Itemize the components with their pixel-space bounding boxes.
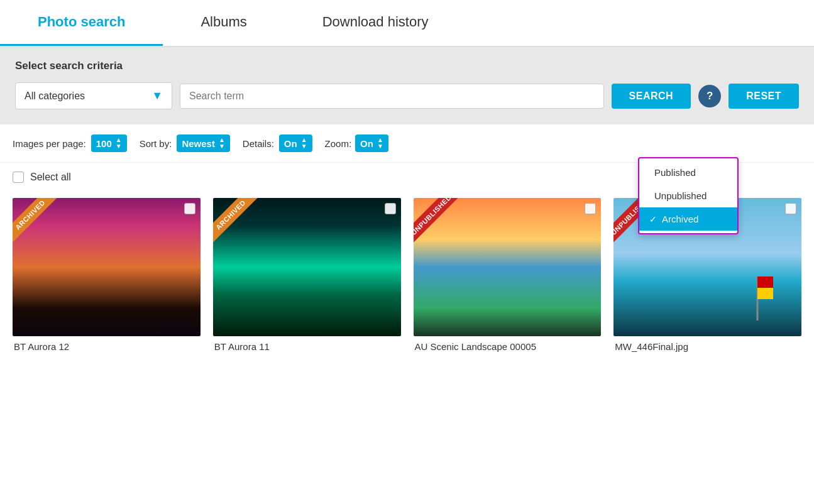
chevron-down-icon: ▼ bbox=[151, 89, 163, 102]
tab-download-history[interactable]: Download history bbox=[285, 0, 466, 46]
details-stepper-arrows: ▲▼ bbox=[301, 137, 307, 150]
controls-bar: Images per page: 100 ▲▼ Sort by: Newest … bbox=[0, 124, 814, 163]
image-thumb-1: ARCHIVED bbox=[213, 198, 401, 336]
details-group: Details: On ▲▼ bbox=[243, 134, 312, 152]
images-per-page-value: 100 bbox=[96, 138, 112, 149]
details-value: On bbox=[284, 138, 297, 149]
archived-checkmark: ✓ bbox=[649, 214, 657, 224]
reset-button[interactable]: RESET bbox=[729, 84, 799, 109]
zoom-stepper-arrows: ▲▼ bbox=[377, 137, 383, 150]
card-checkbox-0[interactable] bbox=[184, 203, 195, 214]
search-row: All categories ▼ SEARCH ? RESET bbox=[15, 82, 799, 109]
image-thumb-0: ARCHIVED bbox=[13, 198, 201, 336]
details-stepper[interactable]: On ▲▼ bbox=[279, 134, 312, 152]
sort-by-stepper[interactable]: Newest ▲▼ bbox=[177, 134, 229, 152]
tabs-bar: Photo search Albums Download history bbox=[0, 0, 814, 47]
sort-stepper-arrows: ▲▼ bbox=[219, 137, 225, 150]
dropdown-item-published[interactable]: Published bbox=[639, 161, 737, 184]
image-card-1[interactable]: ARCHIVED BT Aurora 11 bbox=[207, 192, 407, 358]
tab-albums[interactable]: Albums bbox=[163, 0, 284, 46]
dropdown-item-unpublished[interactable]: Unpublished bbox=[639, 184, 737, 207]
stepper-arrows: ▲▼ bbox=[116, 137, 122, 150]
image-title-2: AU Scenic Landscape 00005 bbox=[414, 341, 602, 352]
badge-2: UNPUBLISHED bbox=[414, 198, 464, 248]
app-container: Photo search Albums Download history Sel… bbox=[0, 0, 814, 504]
flag-icon bbox=[739, 273, 776, 324]
sort-by-group: Sort by: Newest ▲▼ bbox=[140, 134, 230, 152]
zoom-group: Zoom: On ▲▼ bbox=[325, 134, 388, 152]
images-per-page-group: Images per page: 100 ▲▼ bbox=[13, 134, 127, 152]
badge-label-2: UNPUBLISHED bbox=[414, 198, 458, 242]
card-checkbox-3[interactable] bbox=[785, 203, 796, 214]
images-per-page-stepper[interactable]: 100 ▲▼ bbox=[91, 134, 127, 152]
image-title-1: BT Aurora 11 bbox=[213, 341, 401, 352]
details-label: Details: bbox=[243, 138, 274, 149]
svg-rect-2 bbox=[757, 288, 773, 299]
published-label: Published bbox=[654, 167, 696, 178]
zoom-label: Zoom: bbox=[325, 138, 352, 149]
search-button[interactable]: SEARCH bbox=[612, 84, 691, 109]
zoom-value: On bbox=[360, 138, 373, 149]
category-dropdown[interactable]: All categories ▼ bbox=[15, 82, 172, 109]
images-per-page-label: Images per page: bbox=[13, 138, 86, 149]
status-dropdown-popup: Published Unpublished ✓ Archived bbox=[638, 157, 739, 234]
image-thumb-2: UNPUBLISHED bbox=[414, 198, 602, 336]
archived-label: Archived bbox=[662, 214, 698, 224]
image-title-3: MW_446Final.jpg bbox=[613, 341, 801, 352]
image-card-0[interactable]: ARCHIVED BT Aurora 12 bbox=[6, 192, 207, 358]
select-all-label: Select all bbox=[30, 172, 71, 183]
svg-rect-1 bbox=[757, 277, 773, 288]
sort-by-label: Sort by: bbox=[140, 138, 172, 149]
image-card-2[interactable]: UNPUBLISHED AU Scenic Landscape 00005 bbox=[407, 192, 608, 358]
badge-label-1: ARCHIVED bbox=[213, 198, 258, 242]
select-all-checkbox[interactable] bbox=[13, 172, 24, 183]
unpublished-label: Unpublished bbox=[654, 190, 707, 201]
sort-by-value: Newest bbox=[182, 138, 215, 149]
help-button[interactable]: ? bbox=[698, 85, 721, 107]
search-input[interactable] bbox=[180, 84, 604, 109]
dropdown-item-archived[interactable]: ✓ Archived bbox=[639, 207, 737, 231]
card-checkbox-2[interactable] bbox=[585, 203, 596, 214]
badge-label-0: ARCHIVED bbox=[13, 198, 57, 242]
badge-1: ARCHIVED bbox=[213, 198, 263, 248]
category-label: All categories bbox=[25, 90, 85, 102]
card-checkbox-1[interactable] bbox=[385, 203, 396, 214]
search-criteria-title: Select search criteria bbox=[15, 60, 799, 72]
image-title-0: BT Aurora 12 bbox=[13, 341, 201, 352]
zoom-stepper[interactable]: On ▲▼ bbox=[355, 134, 388, 152]
badge-0: ARCHIVED bbox=[13, 198, 63, 248]
tab-photo-search[interactable]: Photo search bbox=[0, 0, 163, 46]
search-panel: Select search criteria All categories ▼ … bbox=[0, 47, 814, 124]
